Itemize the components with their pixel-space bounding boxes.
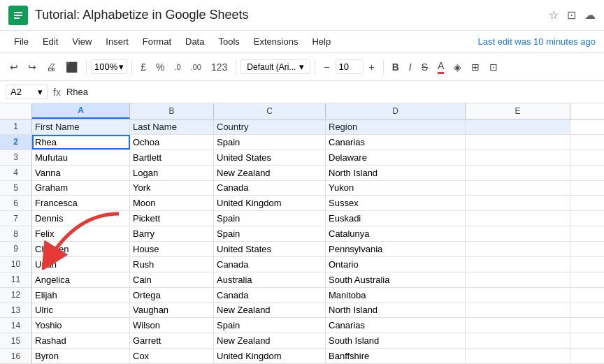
cell-a15[interactable]: Rashad xyxy=(32,333,130,348)
menu-help[interactable]: Help xyxy=(306,34,336,50)
row-number[interactable]: 16 xyxy=(0,349,32,363)
font-size-selector[interactable]: 10 xyxy=(336,59,364,74)
cell-e12[interactable] xyxy=(466,288,570,303)
cell-b11[interactable]: Cain xyxy=(130,272,214,287)
cell-d15[interactable]: South Island xyxy=(326,333,466,348)
cell-c4[interactable]: New Zealand xyxy=(214,166,326,180)
cell-a16[interactable]: Byron xyxy=(32,349,130,363)
cell-e16[interactable] xyxy=(466,349,570,363)
row-number[interactable]: 10 xyxy=(0,257,32,272)
currency-button[interactable]: £ xyxy=(136,59,150,75)
number-format-button[interactable]: 123 xyxy=(207,59,231,75)
borders-button[interactable]: ⊞ xyxy=(467,59,484,75)
cell-d10[interactable]: Ontario xyxy=(326,257,466,272)
menu-data[interactable]: Data xyxy=(180,34,210,50)
decimal00-button[interactable]: .00 xyxy=(187,60,206,74)
cell-c9[interactable]: United States xyxy=(214,242,326,256)
increase-font-button[interactable]: + xyxy=(365,59,379,75)
cell-a11[interactable]: Angelica xyxy=(32,272,130,287)
cell-b9[interactable]: House xyxy=(130,242,214,256)
cell-b15[interactable]: Garrett xyxy=(130,333,214,348)
cell-e8[interactable] xyxy=(466,226,570,241)
cell-b8[interactable]: Barry xyxy=(130,226,214,241)
cell-e3[interactable] xyxy=(466,150,570,165)
cell-d12[interactable]: Manitoba xyxy=(326,288,466,303)
menu-view[interactable]: View xyxy=(66,34,97,50)
cell-b1[interactable]: Last Name xyxy=(130,119,214,134)
cell-e1[interactable] xyxy=(466,119,570,134)
cell-c5[interactable]: Canada xyxy=(214,181,326,196)
cell-b6[interactable]: Moon xyxy=(130,196,214,210)
row-number[interactable]: 2 xyxy=(0,135,32,150)
cell-c1[interactable]: Country xyxy=(214,119,326,134)
cell-a10[interactable]: Uriah xyxy=(32,257,130,272)
cell-d16[interactable]: Banffshire xyxy=(326,349,466,363)
cell-b13[interactable]: Vaughan xyxy=(130,303,214,318)
cell-e5[interactable] xyxy=(466,181,570,196)
cell-b4[interactable]: Logan xyxy=(130,166,214,180)
cell-e14[interactable] xyxy=(466,318,570,333)
italic-button[interactable]: I xyxy=(405,59,416,75)
cell-e13[interactable] xyxy=(466,303,570,318)
menu-edit[interactable]: Edit xyxy=(37,34,64,50)
menu-file[interactable]: File xyxy=(8,34,34,50)
cell-b14[interactable]: Wilson xyxy=(130,318,214,333)
cell-c12[interactable]: Canada xyxy=(214,288,326,303)
cell-d14[interactable]: Canarias xyxy=(326,318,466,333)
menu-tools[interactable]: Tools xyxy=(213,34,245,50)
history-icon[interactable]: ⊡ xyxy=(567,8,576,22)
row-number[interactable]: 8 xyxy=(0,226,32,241)
cell-a13[interactable]: Ulric xyxy=(32,303,130,318)
bold-button[interactable]: B xyxy=(388,59,403,75)
cell-d1[interactable]: Region xyxy=(326,119,466,134)
cell-c6[interactable]: United Kingdom xyxy=(214,196,326,210)
cell-e11[interactable] xyxy=(466,272,570,287)
row-number[interactable]: 11 xyxy=(0,272,32,287)
print-button[interactable]: 🖨 xyxy=(42,59,60,75)
cell-e9[interactable] xyxy=(466,242,570,256)
row-number[interactable]: 15 xyxy=(0,333,32,348)
strikethrough-button[interactable]: S xyxy=(417,59,432,75)
row-number[interactable]: 3 xyxy=(0,150,32,165)
cell-c7[interactable]: Spain xyxy=(214,211,326,226)
decimal0-button[interactable]: .0 xyxy=(171,60,185,74)
menu-extensions[interactable]: Extensions xyxy=(248,34,304,50)
cell-a4[interactable]: Vanna xyxy=(32,166,130,180)
cell-c3[interactable]: United States xyxy=(214,150,326,165)
cell-c13[interactable]: New Zealand xyxy=(214,303,326,318)
cell-a3[interactable]: Mufutau xyxy=(32,150,130,165)
cell-e15[interactable] xyxy=(466,333,570,348)
row-number[interactable]: 1 xyxy=(0,119,32,134)
star-icon[interactable]: ☆ xyxy=(549,8,559,22)
cell-d3[interactable]: Delaware xyxy=(326,150,466,165)
cell-reference[interactable]: A2 ▾ xyxy=(6,85,48,99)
cell-d8[interactable]: Catalunya xyxy=(326,226,466,241)
cell-d4[interactable]: North Island xyxy=(326,166,466,180)
cell-e6[interactable] xyxy=(466,196,570,210)
text-color-button[interactable]: A xyxy=(433,57,448,77)
row-number[interactable]: 13 xyxy=(0,303,32,318)
cell-a8[interactable]: Felix xyxy=(32,226,130,241)
row-number[interactable]: 12 xyxy=(0,288,32,303)
cell-b7[interactable]: Pickett xyxy=(130,211,214,226)
cell-a7[interactable]: Dennis xyxy=(32,211,130,226)
menu-format[interactable]: Format xyxy=(137,34,177,50)
redo-button[interactable]: ↪ xyxy=(24,59,41,75)
cell-d9[interactable]: Pennsylvania xyxy=(326,242,466,256)
cell-b16[interactable]: Cox xyxy=(130,349,214,363)
cell-c2[interactable]: Spain xyxy=(214,135,326,150)
cell-c11[interactable]: Australia xyxy=(214,272,326,287)
cell-a14[interactable]: Yoshio xyxy=(32,318,130,333)
cell-c10[interactable]: Canada xyxy=(214,257,326,272)
col-header-b[interactable]: B xyxy=(130,103,214,119)
merge-button[interactable]: ⊡ xyxy=(485,59,502,75)
cell-d6[interactable]: Sussex xyxy=(326,196,466,210)
col-header-c[interactable]: C xyxy=(214,103,326,119)
cell-b10[interactable]: Rush xyxy=(130,257,214,272)
undo-button[interactable]: ↩ xyxy=(6,59,22,75)
row-number[interactable]: 6 xyxy=(0,196,32,210)
cell-c15[interactable]: New Zealand xyxy=(214,333,326,348)
cell-d7[interactable]: Euskadi xyxy=(326,211,466,226)
cell-a5[interactable]: Graham xyxy=(32,181,130,196)
cell-b12[interactable]: Ortega xyxy=(130,288,214,303)
